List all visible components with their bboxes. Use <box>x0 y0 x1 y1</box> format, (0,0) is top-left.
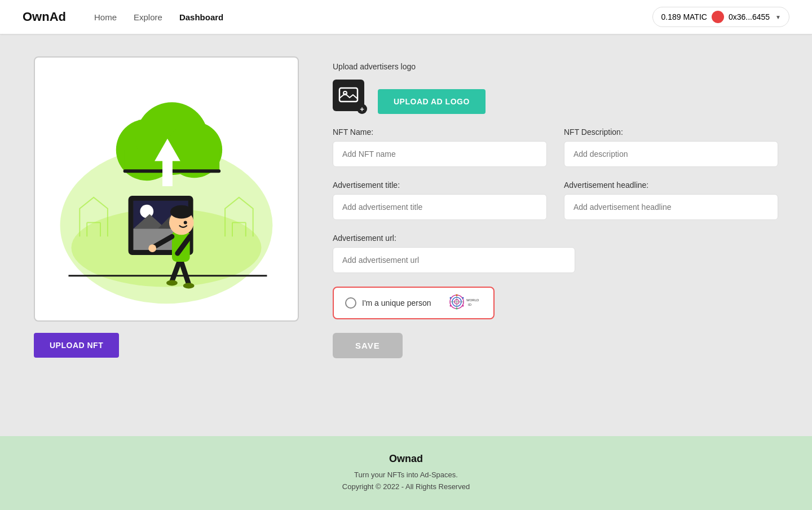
svg-point-26 <box>183 283 195 289</box>
logo-upload-label: Upload advertisers logo <box>333 62 778 71</box>
svg-point-46 <box>449 305 451 307</box>
svg-point-30 <box>148 244 156 252</box>
wallet-address: 0x36...6455 <box>729 12 770 21</box>
footer-subtitle: Turn your NFTs into Ad-Spaces. <box>11 469 801 481</box>
logo: OwnAd <box>23 10 66 24</box>
logo-icon-wrap: + <box>333 80 364 111</box>
ad-headline-input[interactable] <box>564 194 778 220</box>
nft-name-input[interactable] <box>333 141 547 167</box>
wallet-balance: 0.189 MATIC <box>661 12 707 21</box>
nft-name-group: NFT Name: <box>333 128 547 167</box>
nft-description-label: NFT Description: <box>564 128 778 137</box>
logo-icon: + <box>333 80 364 111</box>
svg-point-25 <box>166 280 178 286</box>
left-panel: UPLOAD NFT <box>34 56 299 414</box>
header: OwnAd Home Explore Dashboard 0.189 MATIC… <box>0 0 812 34</box>
nav-explore[interactable]: Explore <box>134 12 162 22</box>
right-panel: Upload advertisers logo + UPLOAD AD LOGO <box>333 56 778 414</box>
ad-title-input[interactable] <box>333 194 547 220</box>
wallet-badge[interactable]: 0.189 MATIC 0x36...6455 ▼ <box>652 7 789 27</box>
svg-point-44 <box>462 305 464 307</box>
chevron-down-icon: ▼ <box>775 14 781 20</box>
svg-point-42 <box>456 294 457 296</box>
ad-url-row: Advertisement url: <box>333 234 778 273</box>
main-content: UPLOAD NFT Upload advertisers logo + <box>0 34 812 436</box>
upload-nft-button[interactable]: UPLOAD NFT <box>34 333 119 358</box>
ad-url-input[interactable] <box>333 247 575 273</box>
nav-home[interactable]: Home <box>94 12 117 22</box>
svg-point-43 <box>462 297 464 299</box>
ad-headline-label: Advertisement headline: <box>564 181 778 190</box>
svg-text:WORLD: WORLD <box>466 298 479 302</box>
world-id-button[interactable]: I'm a unique person WO <box>333 287 495 319</box>
nft-description-group: NFT Description: <box>564 128 778 167</box>
footer-copyright: Copyright © 2022 - All Rights Reserved <box>11 481 801 493</box>
logo-upload-section: Upload advertisers logo + UPLOAD AD LOGO <box>333 62 778 114</box>
svg-point-32 <box>170 205 193 219</box>
svg-point-33 <box>184 221 187 225</box>
plus-icon: + <box>357 104 367 114</box>
logo-upload-controls: + UPLOAD AD LOGO <box>333 77 778 114</box>
ad-url-label: Advertisement url: <box>333 234 575 243</box>
svg-text:ID: ID <box>468 303 472 306</box>
upload-illustration <box>35 58 298 320</box>
nft-name-label: NFT Name: <box>333 128 547 137</box>
upload-preview-box <box>34 56 299 322</box>
footer-title: Ownad <box>11 453 801 465</box>
ad-url-group: Advertisement url: <box>333 234 575 273</box>
ad-title-row: Advertisement title: Advertisement headl… <box>333 181 778 220</box>
image-placeholder-icon <box>338 85 359 105</box>
world-id-label: I'm a unique person <box>362 298 431 307</box>
world-id-radio <box>345 297 356 309</box>
world-id-logo: WORLD ID <box>448 293 482 313</box>
ad-title-label: Advertisement title: <box>333 181 547 190</box>
ad-headline-group: Advertisement headline: <box>564 181 778 220</box>
svg-rect-35 <box>339 88 358 102</box>
nav: Home Explore Dashboard <box>94 12 652 22</box>
svg-point-45 <box>456 308 457 310</box>
svg-point-47 <box>449 297 451 299</box>
upload-ad-logo-button[interactable]: UPLOAD AD LOGO <box>378 89 486 114</box>
ad-title-group: Advertisement title: <box>333 181 547 220</box>
footer: Ownad Turn your NFTs into Ad-Spaces. Cop… <box>0 436 812 510</box>
wallet-avatar <box>712 11 724 23</box>
save-button[interactable]: SAVE <box>333 333 403 358</box>
nft-row: NFT Name: NFT Description: <box>333 128 778 167</box>
nav-dashboard[interactable]: Dashboard <box>179 12 223 22</box>
nft-description-input[interactable] <box>564 141 778 167</box>
